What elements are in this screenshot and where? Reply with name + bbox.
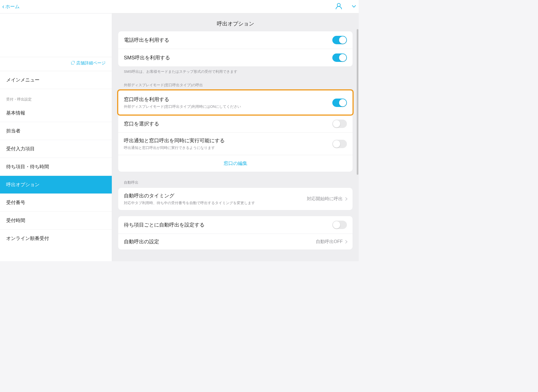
main-panel: 呼出オプション 電話呼出を利用する SMS呼出を利用する SMS呼出は、お客様モ…	[112, 13, 359, 261]
toggle-use-window-call[interactable]	[332, 99, 347, 107]
sidebar: 店舗詳細ページ メインメニュー 受付・呼出設定 基本情報担当者受付入力項目待ち項…	[0, 13, 112, 261]
sidebar-item-4[interactable]: 呼出オプション	[0, 176, 112, 193]
row-use-window-call: 窓口呼出を利用する 外部ディスプレイモード(窓口呼出タイプ)利用時にはONにして…	[118, 90, 353, 115]
toggle-select-window[interactable]	[332, 120, 347, 128]
row-title: SMS呼出を利用する	[124, 54, 330, 61]
row-auto-call-timing[interactable]: 自動呼出のタイミング 対応中タブ利用時、待ち中の受付番号を自動で呼出するタイミン…	[118, 188, 353, 210]
back-label: ホーム	[5, 3, 20, 10]
row-sub: 外部ディスプレイモード(窓口呼出タイプ)利用時にはONにしてください	[124, 104, 330, 109]
row-title: 自動呼出の設定	[124, 238, 313, 245]
store-link-wrap: 店舗詳細ページ	[0, 57, 112, 71]
chevron-left-icon: ‹	[2, 4, 4, 10]
external-link-icon	[71, 61, 75, 64]
store-link-label: 店舗詳細ページ	[76, 60, 106, 65]
toggle-sms-call[interactable]	[332, 53, 347, 62]
top-actions	[336, 3, 355, 10]
sidebar-item-3[interactable]: 待ち項目・待ち時間	[0, 158, 112, 176]
toggle-phone-call[interactable]	[332, 36, 347, 44]
row-select-window: 窓口を選択する	[118, 115, 353, 132]
person-icon	[336, 3, 342, 9]
row-auto-call-per-item: 待ち項目ごとに自動呼出を設定する	[118, 216, 353, 234]
row-title: 呼出通知と窓口呼出を同時に実行可能にする	[124, 137, 330, 144]
edit-windows-row: 窓口の編集	[118, 155, 353, 172]
row-sub: 対応中タブ利用時、待ち中の受付番号を自動で呼出するタイミングを変更します	[124, 200, 304, 206]
page-title: 呼出オプション	[112, 13, 359, 31]
window-call-card: 窓口呼出を利用する 外部ディスプレイモード(窓口呼出タイプ)利用時にはONにして…	[118, 90, 353, 172]
window-call-section-label: 外部ディスプレイモード(窓口呼出タイプ)の呼出	[124, 83, 347, 88]
user-button[interactable]	[336, 3, 342, 10]
row-value: 対応開始時に呼出	[307, 196, 343, 202]
row-title: 電話呼出を利用する	[124, 37, 330, 43]
row-title: 自動呼出のタイミング	[124, 192, 304, 199]
row-title: 待ち項目ごとに自動呼出を設定する	[124, 221, 330, 228]
toggle-simultaneous-call[interactable]	[332, 140, 347, 148]
call-basic-card: 電話呼出を利用する SMS呼出を利用する	[118, 31, 353, 66]
row-value: 自動呼出OFF	[316, 239, 343, 245]
row-simultaneous-call: 呼出通知と窓口呼出を同時に実行可能にする 呼出通知と窓口呼出が同時に実行できるよ…	[118, 132, 353, 155]
store-detail-link[interactable]: 店舗詳細ページ	[71, 60, 106, 65]
edit-windows-link[interactable]: 窓口の編集	[224, 161, 247, 166]
row-auto-call-settings[interactable]: 自動呼出の設定 自動呼出OFF	[118, 234, 353, 249]
settings-heading: 受付・呼出設定	[0, 89, 112, 104]
row-title: 窓口を選択する	[124, 120, 330, 127]
sms-hint: SMS呼出は、お客様モードまたはステップ形式の受付で利用できます	[124, 69, 347, 74]
row-sms-call: SMS呼出を利用する	[118, 49, 353, 66]
sidebar-item-2[interactable]: 受付入力項目	[0, 140, 112, 158]
main-menu-block[interactable]: メインメニュー	[0, 71, 112, 89]
sidebar-item-1[interactable]: 担当者	[0, 122, 112, 140]
sidebar-item-6[interactable]: 受付時間	[0, 211, 112, 229]
sidebar-item-5[interactable]: 受付番号	[0, 193, 112, 211]
toggle-auto-call-per-item[interactable]	[332, 221, 347, 229]
row-title: 窓口呼出を利用する	[124, 96, 330, 103]
sidebar-item-0[interactable]: 基本情報	[0, 104, 112, 122]
top-bar: ‹ ホーム	[0, 0, 359, 13]
auto-call-timing-card: 自動呼出のタイミング 対応中タブ利用時、待ち中の受付番号を自動で呼出するタイミン…	[118, 188, 353, 210]
chevron-down-icon	[352, 3, 356, 7]
main-menu-heading: メインメニュー	[0, 71, 112, 89]
chevron-right-icon	[344, 197, 347, 201]
row-sub: 呼出通知と窓口呼出が同時に実行できるようになります	[124, 145, 330, 150]
sidebar-item-7[interactable]: オンライン順番受付	[0, 229, 112, 247]
auto-call-settings-card: 待ち項目ごとに自動呼出を設定する 自動呼出の設定 自動呼出OFF	[118, 216, 353, 249]
nav-list: 基本情報担当者受付入力項目待ち項目・待ち時間呼出オプション受付番号受付時間オンラ…	[0, 104, 112, 261]
chevron-right-icon	[344, 240, 347, 244]
auto-call-section-label: 自動呼出	[124, 180, 347, 185]
back-button[interactable]: ‹ ホーム	[2, 3, 20, 10]
dropdown-button[interactable]	[353, 4, 355, 9]
store-info-area	[0, 13, 112, 57]
row-phone-call: 電話呼出を利用する	[118, 31, 353, 49]
